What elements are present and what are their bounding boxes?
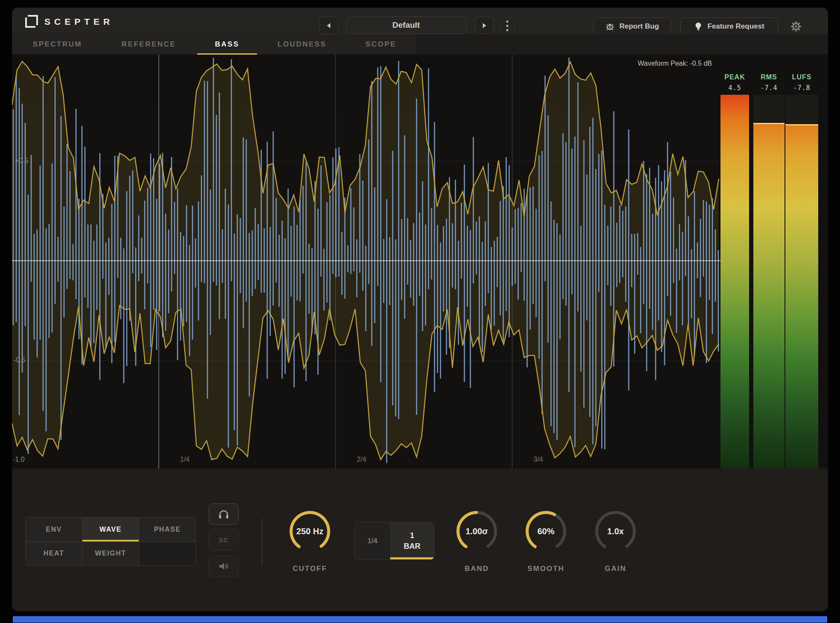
- feature-request-label: Feature Request: [707, 22, 764, 31]
- sync-option-bar[interactable]: 1 BAR: [390, 522, 434, 559]
- sync-division-toggle: 1/4 1 BAR: [354, 522, 435, 560]
- meter-bar: [785, 95, 818, 469]
- knob-cutoff[interactable]: 250 Hz: [286, 508, 333, 555]
- y-axis-label: -1.0: [13, 456, 25, 463]
- preset-selector[interactable]: Default: [346, 16, 467, 34]
- knob-value: 1.0x: [592, 508, 639, 555]
- meter-bar: [753, 95, 785, 469]
- meter-value: 4.5: [720, 84, 749, 92]
- y-axis-label: +0.5: [15, 157, 29, 165]
- tab-spectrum[interactable]: SPECTRUM: [30, 34, 85, 55]
- preset-menu-button[interactable]: [499, 17, 515, 35]
- mode-cell-empty: [139, 542, 195, 566]
- meter-label: PEAK: [720, 73, 749, 81]
- waveform-peak-readout: Waveform Peak: -0.5 dB: [541, 60, 712, 67]
- sync-bar-count: 1: [410, 530, 414, 541]
- headphones-monitor-button[interactable]: [209, 504, 239, 525]
- meter-label: LUFS: [785, 73, 818, 81]
- knob-label-gain: GAIN: [573, 565, 658, 573]
- next-arrow-icon: [481, 23, 487, 29]
- meter-bar: [720, 95, 749, 469]
- knob-smooth[interactable]: 60%: [522, 508, 569, 555]
- preset-prev-button[interactable]: [319, 17, 338, 34]
- preset-next-button[interactable]: [475, 17, 494, 34]
- tab-reference[interactable]: REFERENCE: [120, 34, 177, 55]
- knob-band[interactable]: 1.00σ: [453, 508, 500, 555]
- mode-button-weight[interactable]: WEIGHT: [82, 542, 139, 566]
- tab-scope[interactable]: SCOPE: [365, 34, 397, 55]
- divider: [262, 518, 262, 564]
- meter-rms: RMS-7.4: [753, 55, 785, 469]
- app-logo-icon: [23, 13, 40, 29]
- bug-icon: [605, 22, 615, 31]
- report-bug-label: Report Bug: [619, 22, 659, 31]
- bottom-progress-strip: [13, 616, 827, 623]
- x-axis-label: 3/4: [534, 456, 543, 463]
- display-area: Waveform Peak: -0.5 dB +0.5-0.5-1.01/42/…: [12, 55, 828, 469]
- settings-button[interactable]: [790, 20, 802, 33]
- sidechain-button[interactable]: SC: [209, 529, 239, 550]
- mode-button-phase[interactable]: PHASE: [139, 518, 195, 541]
- meter-label: RMS: [753, 73, 785, 81]
- x-axis-label: 1/4: [180, 456, 190, 463]
- prev-arrow-icon: [326, 23, 332, 29]
- headphones-icon: [218, 509, 229, 519]
- waveform-display: Waveform Peak: -0.5 dB +0.5-0.5-1.01/42/…: [12, 55, 720, 469]
- kebab-icon: [506, 20, 508, 31]
- knob-gain[interactable]: 1.0x: [592, 508, 639, 555]
- meter-value: -7.4: [753, 84, 785, 92]
- knob-value: 1.00σ: [453, 508, 500, 555]
- y-axis-label: -0.5: [14, 356, 26, 364]
- app-title: SCEPTER: [44, 17, 114, 27]
- tab-loudness[interactable]: LOUDNESS: [275, 34, 329, 55]
- report-bug-button[interactable]: Report Bug: [593, 17, 671, 35]
- meter-lufs: LUFS-7.8: [785, 55, 818, 469]
- speaker-button[interactable]: [209, 556, 239, 577]
- gear-icon: [790, 21, 802, 32]
- mode-button-wave[interactable]: WAVE: [82, 518, 139, 541]
- meter-peak: PEAK4.5: [720, 55, 749, 469]
- level-meters: PEAK4.5RMS-7.4LUFS-7.8: [720, 55, 828, 469]
- knob-value: 250 Hz: [286, 508, 333, 555]
- mode-button-env[interactable]: ENV: [26, 518, 82, 541]
- waveform-plot: [12, 55, 720, 469]
- view-mode-grid: ENVWAVEPHASEHEATWEIGHT: [25, 517, 196, 566]
- knob-value: 60%: [522, 508, 569, 555]
- control-bar: ENVWAVEPHASEHEATWEIGHT SC 250 HzCUTOFF1.…: [12, 469, 828, 611]
- meter-value: -7.8: [785, 84, 818, 92]
- sidechain-label: SC: [219, 536, 229, 544]
- x-axis-label: 2/4: [357, 456, 366, 463]
- knob-label-cutoff: CUTOFF: [267, 565, 353, 573]
- plugin-window: SCEPTER Default Report Bug Feature Reque…: [12, 8, 828, 611]
- lightbulb-icon: [694, 22, 703, 31]
- tab-bar: SPECTRUMREFERENCEBASSLOUDNESSSCOPE: [12, 34, 828, 55]
- sync-bar-unit: BAR: [404, 541, 420, 551]
- header-bar: SCEPTER Default Report Bug Feature Reque…: [12, 8, 828, 34]
- tab-bass[interactable]: BASS: [197, 34, 257, 55]
- feature-request-button[interactable]: Feature Request: [680, 17, 778, 35]
- sync-option-quarter[interactable]: 1/4: [355, 522, 390, 559]
- speaker-icon: [218, 562, 229, 571]
- mode-button-heat[interactable]: HEAT: [26, 542, 82, 566]
